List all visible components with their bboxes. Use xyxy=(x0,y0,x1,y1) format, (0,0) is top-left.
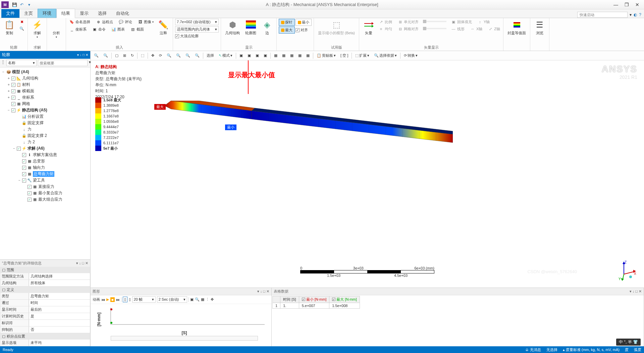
tree-node[interactable]: 📊分析设置 xyxy=(1,113,90,120)
tab-result[interactable]: 结果 xyxy=(56,9,75,18)
outline-tree[interactable]: −📦模型 (A4)+✓📐几何结构+✓📋材料+✓▦横截面+✓⎯坐标系✓▦网格−✓⚡… xyxy=(0,67,90,259)
sec-dropdown[interactable]: 2 Sec (自动)▾ xyxy=(157,296,187,303)
details-close-icon[interactable]: ✕ xyxy=(85,261,88,265)
details-win-icon[interactable]: □ xyxy=(82,261,84,265)
tree-check-icon[interactable]: ✓ xyxy=(22,159,26,163)
details-grid[interactable]: ▢ 范围范围限定方法几何结构选择几何结构所有线体▢ 定义类型总弯曲力矩通过时间显… xyxy=(0,267,90,346)
tree-check-icon[interactable]: ✓ xyxy=(11,102,15,106)
result-table[interactable]: 时间 [S]✓ 最小 [N·mm]✓ 最大 [N·mm] 11.5.e+0071… xyxy=(272,296,360,309)
align-checkbox[interactable]: ✓对齐 xyxy=(296,27,308,34)
details-value[interactable]: 所有线体 xyxy=(29,280,90,287)
expand-icon[interactable]: − xyxy=(7,108,11,112)
close-button[interactable]: ✕ xyxy=(633,2,641,7)
wireframe-icon[interactable]: ⊞ xyxy=(122,53,127,58)
geometry-button[interactable]: ⬢几何结构 xyxy=(223,19,242,36)
zoom2-icon[interactable]: 🔍 xyxy=(165,53,173,58)
help-icon[interactable]: ◐ xyxy=(634,12,637,17)
sel6-icon[interactable]: ▦ xyxy=(281,53,287,58)
expand-icon[interactable]: − xyxy=(1,70,5,74)
edge-button[interactable]: ◈边 xyxy=(260,19,274,36)
comment-button[interactable]: 💬评论 xyxy=(117,19,133,25)
tree-node[interactable]: ↓力 xyxy=(1,126,90,133)
sel4-icon[interactable]: ▣ xyxy=(262,53,268,58)
large-vertex-checkbox[interactable]: ✓大顶点轮廓 xyxy=(175,34,219,39)
status-rad[interactable]: 弧度 xyxy=(634,347,641,352)
tree-check-icon[interactable]: ✓ xyxy=(11,83,15,87)
filter-icon[interactable]: ⋮ xyxy=(1,60,5,66)
tab-win-icon[interactable]: □ xyxy=(635,289,638,294)
extend-dropdown[interactable]: ⬚扩展▾ xyxy=(354,52,371,59)
details-dock-icon[interactable]: ↓ xyxy=(79,261,81,265)
scope-dropdown[interactable]: 适用范围内的几何体▾ xyxy=(175,26,219,33)
details-value[interactable]: 几何结构选择 xyxy=(29,273,90,280)
file-tab[interactable]: 文件 xyxy=(1,9,19,18)
tree-check-icon[interactable]: ✓ xyxy=(28,185,32,189)
x-axis-button[interactable]: ↔X轴 xyxy=(469,26,483,32)
cut-button[interactable]: ✖ xyxy=(18,19,25,25)
anim-play-icon[interactable]: ▶ xyxy=(106,297,109,302)
search-outline-input[interactable] xyxy=(38,60,88,66)
details-section-header[interactable]: ▢ 范围 xyxy=(0,267,90,273)
anim-first-icon[interactable]: ⏮ xyxy=(101,298,105,302)
graphics-canvas[interactable]: A: 静态结构 总弯曲力矩 类型: 总弯曲力矩 (未平均) 单位: N·mm 时… xyxy=(91,60,644,288)
image-button[interactable]: 🖼图像▾ xyxy=(137,19,155,25)
tree-node[interactable]: ✓▦总弯曲力矩 xyxy=(1,171,90,177)
anim-opt2-icon[interactable]: 🔍 xyxy=(195,297,200,302)
line-style-button[interactable]: —线形 xyxy=(450,26,466,32)
sel1-icon[interactable]: ▣ xyxy=(238,53,244,58)
zoom3-icon[interactable]: 🔍 xyxy=(175,53,182,58)
save-icon[interactable]: 💾 xyxy=(11,2,17,8)
close-panel-icon[interactable]: ✕ xyxy=(86,53,88,57)
solid-fill-button[interactable]: ▣固体填充 xyxy=(450,19,473,25)
find-button[interactable]: 🔍 xyxy=(18,26,25,32)
tree-node[interactable]: +✓⎯坐标系 xyxy=(1,94,90,101)
zoom-fit-icon[interactable]: 🔍 xyxy=(93,53,100,58)
tree-node[interactable]: ✓▦直接应力 xyxy=(1,184,90,190)
details-value[interactable]: 是 xyxy=(29,313,90,320)
help-dropdown-icon[interactable]: ▾ xyxy=(630,12,632,17)
anim-mode1-icon[interactable]: ▯ xyxy=(123,297,127,302)
annotation-button[interactable]: ✏️注释 xyxy=(156,19,171,36)
tree-node[interactable]: ✓▦轴向力 xyxy=(1,164,90,171)
tree-node[interactable]: 🔒固定支撑 xyxy=(1,120,90,126)
tree-node[interactable]: −📦模型 (A4) xyxy=(1,69,90,75)
details-value[interactable]: 未平均 xyxy=(29,340,90,346)
anim-mode2-icon[interactable]: ▯ xyxy=(129,297,131,302)
shrink-model-button[interactable]: ⬚显示缩小的模型 (Beta) xyxy=(316,19,357,36)
tab-display[interactable]: 显示 xyxy=(75,9,93,18)
graph-close-icon[interactable]: ✕ xyxy=(266,289,269,294)
z-axis-button[interactable]: ⤢Z轴 xyxy=(487,26,501,32)
details-value[interactable]: 最后的 xyxy=(29,306,90,313)
expand-icon[interactable]: + xyxy=(7,89,11,93)
tree-node[interactable]: −✓⚡静态结构 (A5) xyxy=(1,107,90,113)
graph-pin-icon[interactable]: ▾ xyxy=(257,289,259,294)
elem-align-button[interactable]: ⊞单元对齐 xyxy=(396,19,420,25)
anim-stop-icon[interactable]: ■ xyxy=(110,297,115,302)
undo-icon[interactable]: ↶ xyxy=(19,2,25,8)
sel9-icon[interactable]: ▦ xyxy=(305,53,311,58)
command-button[interactable]: ▣命令 xyxy=(91,26,107,32)
status-units[interactable]: ▴ 度量标准 (mm, kg, N, s, mV, mA) xyxy=(563,347,620,352)
maximize-button[interactable]: ❐ xyxy=(623,2,631,7)
graph-win-icon[interactable]: □ xyxy=(263,289,265,294)
table-row[interactable]: 11.5.e+0071.5e+008 xyxy=(273,303,360,309)
sel7-icon[interactable]: ▦ xyxy=(289,53,295,58)
tree-check-icon[interactable]: ✓ xyxy=(28,191,32,195)
y-axis-button[interactable]: ↕Y轴 xyxy=(476,19,491,25)
solve-button[interactable]: ⚡求解▾ xyxy=(30,19,45,39)
tree-check-icon[interactable]: ✓ xyxy=(22,179,26,183)
details-pin-icon[interactable]: ▾ xyxy=(76,261,78,265)
tab-automation[interactable]: 自动化 xyxy=(111,9,134,18)
sel8-icon[interactable]: ▦ xyxy=(297,53,303,58)
expand-icon[interactable]: + xyxy=(7,77,11,80)
orbit-icon[interactable]: ⟳ xyxy=(158,53,163,58)
sel3-icon[interactable]: ▣ xyxy=(254,53,260,58)
tab-select[interactable]: 选择 xyxy=(93,9,111,18)
tree-node[interactable]: −✓🔧梁工具 xyxy=(1,177,90,184)
tree-node[interactable]: 🔒固定支撑 2 xyxy=(1,133,90,139)
clipboard-dropdown[interactable]: 📋剪贴板▾ xyxy=(315,52,337,59)
tab-pin-icon[interactable]: ▾ xyxy=(630,289,632,294)
tree-node[interactable]: ↓力 2 xyxy=(1,139,90,145)
tab-environment[interactable]: 环境 xyxy=(38,9,56,18)
tree-check-icon[interactable]: ✓ xyxy=(22,172,26,176)
